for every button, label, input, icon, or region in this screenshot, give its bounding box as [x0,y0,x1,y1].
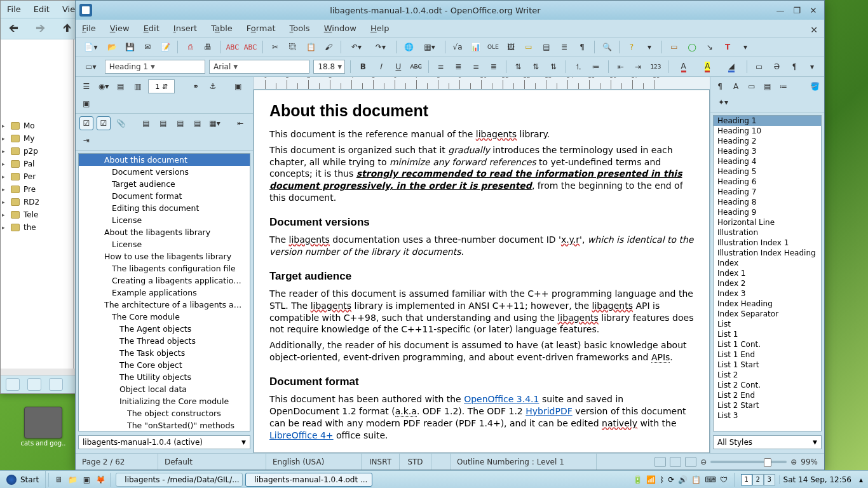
style-item[interactable]: Illustration [714,227,821,238]
fm-tree-item[interactable]: ▸Per [1,170,73,183]
taskbar-clock[interactable]: Sat 14 Sep, 12:56 [779,475,855,484]
taskbar-task[interactable]: libagents-manual-1.0.4.odt ... [245,473,372,487]
document-page[interactable]: About this document This document is the… [254,90,709,453]
close-document-button[interactable]: ✕ [810,25,818,35]
ole-button[interactable]: OLE [486,40,500,54]
fm-view-1[interactable] [6,378,20,391]
nav-toggle-button[interactable]: ☰ [79,79,93,93]
style-item[interactable]: Heading 5 [714,166,821,177]
ql-filemanager-icon[interactable]: 📁 [65,473,79,487]
strike-button[interactable]: ABC [409,60,423,74]
style-item[interactable]: List 1 Cont. [714,339,821,349]
data-sources-button[interactable]: ≣ [557,40,571,54]
zoom-button[interactable]: 🔍 [600,40,614,54]
outline-tree[interactable]: About this documentDocument versionsTarg… [78,153,250,431]
formula-button[interactable]: √a [451,40,465,54]
style-item[interactable]: Heading 4 [714,156,821,166]
line-spacing-1-button[interactable]: ⇅ [512,60,526,74]
menu-window[interactable]: Window [324,24,356,33]
open-button[interactable]: 📂 [105,40,119,54]
style-item[interactable]: Heading 8 [714,197,821,207]
highlight-button[interactable]: A [698,60,718,74]
fm-tree-item[interactable]: ▸RD2 [1,196,73,208]
status-insert[interactable]: INSRT [362,454,400,470]
vd-1[interactable]: 1 [741,474,752,485]
gallery-button[interactable]: ▤ [539,40,553,54]
nonprinting-button[interactable]: ¶ [575,40,589,54]
align-center-button[interactable]: ≣ [451,60,465,74]
fontwork-button[interactable]: T [721,40,735,54]
style-item[interactable]: List [714,319,821,329]
style-item[interactable]: Heading 7 [714,187,821,197]
style-item[interactable]: Heading 3 [714,146,821,156]
draw-line-button[interactable]: ↘ [703,40,717,54]
draw-rect-button[interactable]: ▭ [667,40,681,54]
layout-book-button[interactable] [685,457,696,467]
outline-item[interactable]: The Agent objects [79,323,250,335]
vd-3[interactable]: 3 [764,474,775,485]
outline-item[interactable]: Document versions [79,166,250,178]
outline-item[interactable]: Editing this document [79,202,250,214]
style-item[interactable]: Index 1 [714,268,821,278]
style-item[interactable]: List 2 End [714,390,821,400]
status-language[interactable]: English (USA) [266,454,362,470]
style-item[interactable]: List 1 [714,329,821,339]
style-item[interactable]: Index 3 [714,288,821,299]
status-modified[interactable] [431,454,451,470]
outline-item[interactable]: The architecture of a libagents applicat… [79,299,250,311]
style-item[interactable]: Illustration Index 1 [714,238,821,248]
tray-bluetooth-icon[interactable]: ᛒ [660,475,664,484]
underline-button[interactable]: U [391,60,405,74]
layout-single-button[interactable] [654,457,666,467]
font-size-combo[interactable]: 18.8▼ [313,60,345,74]
bullet-list-button[interactable]: ≔ [589,60,603,74]
paste-button[interactable]: 📋 [304,40,318,54]
para-dialog-button[interactable]: ¶ [787,60,801,74]
outline-item[interactable]: About the libagents library [79,226,250,238]
format-paint-button[interactable]: 🖌 [322,40,336,54]
menu-file[interactable]: File [82,24,96,33]
nav-footer-button[interactable]: ▣ [79,97,93,111]
new-button[interactable]: 📄▾ [81,40,101,54]
taskbar-task[interactable]: libagents - /media/Data/GIL/... [116,473,243,487]
spellcheck-button[interactable]: ABC [226,40,240,54]
numbering-button[interactable]: 123 [649,60,663,74]
help-button[interactable]: ? [625,40,639,54]
outline-item[interactable]: Creating a libagents application project [79,274,250,287]
outline-item[interactable]: The Thread objects [79,335,250,347]
outline-item[interactable]: Target audience [79,178,250,190]
menu-format[interactable]: Format [247,24,276,33]
align-right-button[interactable]: ≡ [469,60,483,74]
outline-item[interactable]: The "onStarted()" methods [79,419,250,431]
menu-edit[interactable]: Edit [144,24,159,33]
image-button[interactable]: 🖼 [504,40,518,54]
fm-menu-edit[interactable]: Edit [34,4,50,14]
outline-item[interactable]: Document format [79,190,250,202]
style-item[interactable]: Index 2 [714,278,821,288]
nav-prev-button[interactable]: ▤ [114,79,128,93]
ql-terminal-icon[interactable]: ▣ [79,473,93,487]
outline-item[interactable]: About this document [79,154,250,166]
export-pdf-button[interactable]: ⎙ [183,40,197,54]
zoom-value[interactable]: 99% [801,458,818,466]
document-scroll[interactable]: About this document This document is the… [254,90,710,453]
nav-promote-button[interactable]: ▤ [139,116,153,130]
paragraph-style-combo[interactable]: Heading 1▼ [105,60,205,74]
fm-tree-item[interactable]: ▸Mo [1,119,73,132]
frame-styles-button[interactable]: ▭ [745,79,759,93]
styles-list[interactable]: Heading 1Heading 10Heading 2Heading 3Hea… [713,115,822,431]
style-item[interactable]: Heading 9 [714,207,821,217]
zoom-in-button[interactable]: ⊕ [790,458,797,466]
draw-ellipse-button[interactable]: ◯ [685,40,699,54]
nav-chapter-down-button[interactable]: ⇥ [79,133,93,147]
nav-next-button[interactable]: ▥ [131,79,145,93]
nav-mode-button[interactable]: ◉▾ [97,79,111,93]
fm-up-button[interactable]: 🡱 [59,21,74,36]
fm-tree-item[interactable]: ▸the [1,221,73,234]
navigator-document-combo[interactable]: libagents-manual-1.0.4 (active) ▼ [78,435,250,449]
fill-format-button[interactable]: 🪣 [808,79,822,93]
bold-button[interactable]: B [356,60,370,74]
style-item[interactable]: List 2 Cont. [714,380,821,390]
fm-view-2[interactable] [27,378,41,391]
nav-anchor-button[interactable]: ⚓ [206,79,220,93]
